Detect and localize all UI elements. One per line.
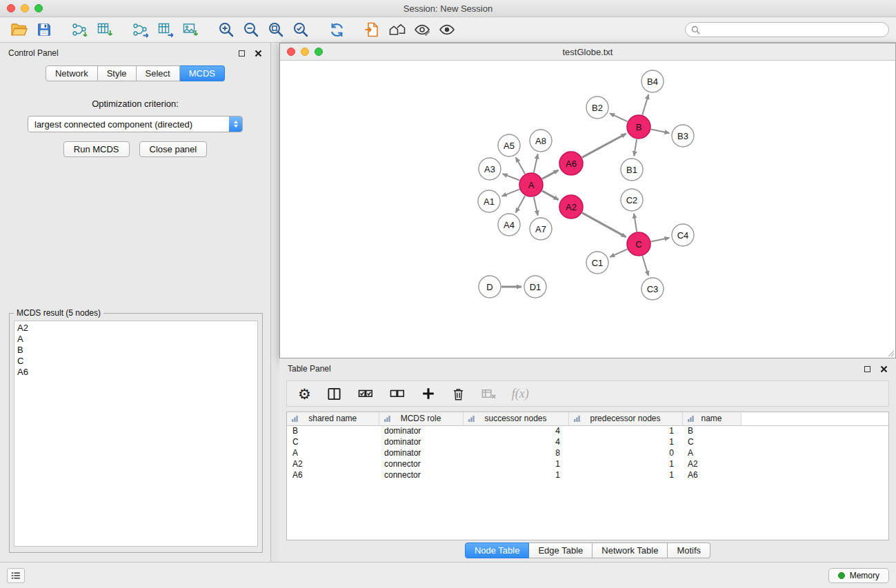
graph-edge-A-A7[interactable] [534,197,538,216]
run-mcds-button[interactable]: Run MCDS [63,141,130,157]
cell-predecessor-nodes[interactable]: 1 [568,469,682,480]
table-settings-button[interactable]: ⚙ [298,387,311,401]
graph-edge-C-C3[interactable] [642,256,648,276]
graph-node-A5[interactable]: A5 [498,134,520,156]
import-network-button[interactable] [68,19,92,40]
graph-edge-A-A6[interactable] [542,170,559,179]
tab-motifs[interactable]: Motifs [668,543,710,558]
column-header-predecessor-nodes[interactable]: predecessor nodes [568,412,682,425]
delete-column-button[interactable] [451,387,466,401]
tab-select[interactable]: Select [137,65,180,81]
apply-layout-button[interactable] [324,19,349,40]
cell-name[interactable]: A6 [682,469,741,480]
cell-successor-nodes[interactable]: 8 [463,447,568,458]
minimize-network-window-icon[interactable] [301,48,309,56]
tab-network[interactable]: Network [46,65,98,81]
tab-style[interactable]: Style [98,65,137,81]
column-visibility-button[interactable] [326,386,342,402]
cell-name[interactable]: A2 [682,458,741,469]
graph-node-A[interactable]: A [519,173,543,196]
cell-MCDS-role[interactable]: connector [379,469,463,480]
open-session-button[interactable] [7,19,32,40]
graph-node-C2[interactable]: C2 [621,189,643,211]
cell-successor-nodes[interactable]: 4 [463,436,568,447]
export-table-button[interactable] [153,19,178,40]
cell-MCDS-role[interactable]: dominator [379,425,463,436]
graph-edge-B-B2[interactable] [610,113,628,121]
mcds-result-item[interactable]: A2 [17,323,255,334]
close-window-icon[interactable] [7,4,15,12]
graph-edge-A-A2[interactable] [542,191,559,200]
graph-edge-A-A3[interactable] [503,174,520,180]
select-all-rows-button[interactable] [357,385,374,402]
cell-successor-nodes[interactable]: 1 [463,458,568,469]
graph-node-B1[interactable]: B1 [621,159,643,181]
table-row[interactable]: Adominator80A [287,447,888,458]
tab-edge-table[interactable]: Edge Table [529,543,593,558]
cell-name[interactable]: C [682,436,741,447]
table-row[interactable]: A2connector11A2 [287,458,888,469]
minimize-window-icon[interactable] [21,4,29,12]
search-field[interactable] [685,22,889,37]
close-panel-icon[interactable] [255,50,262,57]
task-history-button[interactable] [7,568,25,583]
graph-node-D[interactable]: D [479,276,501,298]
graph-edge-A-A4[interactable] [516,196,526,213]
graph-edge-C-C1[interactable] [610,249,627,256]
graph-node-B4[interactable]: B4 [641,70,664,92]
cell-MCDS-role[interactable]: dominator [379,447,463,458]
column-header-name[interactable]: name [682,412,741,425]
cell-successor-nodes[interactable]: 4 [463,425,568,436]
graph-edge-B-B1[interactable] [634,139,637,156]
graph-node-B2[interactable]: B2 [586,97,608,119]
cell-shared-name[interactable]: B [287,425,379,436]
column-header-successor-nodes[interactable]: successor nodes [463,412,568,425]
tab-mcds[interactable]: MCDS [180,65,225,81]
graph-edge-C-C4[interactable] [651,238,670,241]
tab-network-table[interactable]: Network Table [593,543,668,558]
close-panel-button[interactable]: Close panel [139,141,208,157]
search-input[interactable] [704,25,883,34]
graph-edge-A2-C[interactable] [582,213,626,237]
zoom-in-button[interactable] [214,19,239,40]
graph-node-A3[interactable]: A3 [479,158,501,180]
graph-node-C3[interactable]: C3 [641,278,664,300]
graph-node-A8[interactable]: A8 [530,130,552,152]
import-table-button[interactable] [92,19,117,40]
cell-shared-name[interactable]: C [287,436,379,447]
table-row[interactable]: Cdominator41C [287,436,888,447]
graph-edge-A-A1[interactable] [502,190,520,196]
column-header-shared-name[interactable]: shared name [287,412,379,425]
float-table-panel-icon[interactable] [864,366,870,372]
graph-node-A7[interactable]: A7 [530,218,552,240]
graph-node-B3[interactable]: B3 [672,125,694,147]
birds-eye-view-button[interactable] [435,19,459,40]
cell-name[interactable]: B [682,425,741,436]
cell-predecessor-nodes[interactable]: 1 [568,425,682,436]
mcds-result-item[interactable]: C [17,356,255,367]
function-builder-button[interactable]: f(x) [512,387,529,401]
close-network-window-icon[interactable] [287,48,295,56]
memory-button[interactable]: Memory [828,568,889,583]
graph-node-A1[interactable]: A1 [478,190,500,212]
export-network-button[interactable] [128,19,153,40]
graph-node-C4[interactable]: C4 [672,224,694,246]
mcds-result-list[interactable]: A2ABCA6 [14,321,258,547]
column-header-MCDS-role[interactable]: MCDS role [379,412,463,425]
graph-node-B[interactable]: B [627,115,650,139]
cell-shared-name[interactable]: A2 [287,458,379,469]
mcds-result-item[interactable]: A [17,334,255,345]
graph-edge-A6-B[interactable] [582,134,626,157]
cell-predecessor-nodes[interactable]: 1 [568,458,682,469]
cell-MCDS-role[interactable]: connector [379,458,463,469]
zoom-out-button[interactable] [239,19,263,40]
graph-node-A6[interactable]: A6 [559,152,583,175]
graph-edge-A-A8[interactable] [534,154,538,173]
graph-edge-A-A5[interactable] [516,157,525,174]
cell-shared-name[interactable]: A [287,447,379,458]
zoom-network-window-icon[interactable] [315,48,323,56]
network-graph[interactable]: B4B2BB3A5A8A6B1A3AC2A1A2A4A7C4CC1C3DD1 [280,61,895,358]
optimization-criterion-select[interactable]: largest connected component (directed) [28,116,243,132]
export-image-button[interactable] [178,19,203,40]
graphics-details-button[interactable] [410,19,435,40]
